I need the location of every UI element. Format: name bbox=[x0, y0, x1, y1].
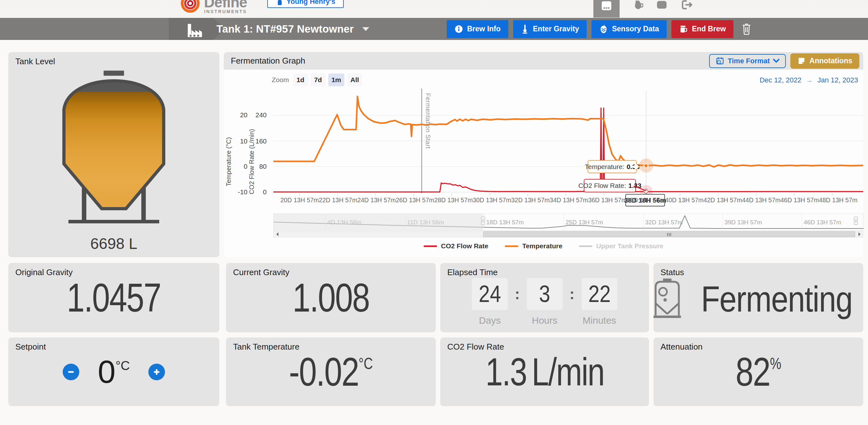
navigator-right-handle[interactable] bbox=[854, 217, 858, 225]
brand-subtitle: INSTRUMENTS bbox=[204, 9, 247, 14]
jug-tab[interactable] bbox=[632, 0, 643, 11]
annotations-button[interactable]: Annotations bbox=[790, 53, 859, 69]
elapsed-minutes: 22 Minutes bbox=[582, 278, 617, 326]
elapsed-hours-label: Hours bbox=[532, 315, 557, 326]
hydrometer-icon bbox=[521, 24, 529, 34]
factory-icon bbox=[185, 20, 203, 38]
navigator-left-handle[interactable] bbox=[481, 217, 485, 225]
x-label: 36D 13H 57m bbox=[588, 197, 627, 204]
jug-icon bbox=[632, 0, 643, 10]
brand-logo: Define INSTRUMENTS bbox=[180, 0, 247, 14]
chart-scrollbar[interactable] bbox=[273, 231, 863, 237]
temp-tick-neg10: -10 bbox=[232, 188, 247, 196]
date-range[interactable]: Dec 12, 2022 → Jan 12, 2023 bbox=[760, 76, 858, 85]
legend-pressure-dash bbox=[579, 246, 592, 247]
top-right-tabs bbox=[593, 0, 693, 18]
sensory-data-button[interactable]: Sensory Data bbox=[591, 20, 666, 38]
elapsed-separator: : bbox=[570, 278, 575, 310]
elapsed-hours: 3 Hours bbox=[527, 278, 563, 326]
header-actions: Brew Info Enter Gravity Sensory Data bbox=[446, 18, 752, 40]
zoom-all-button[interactable]: All bbox=[347, 73, 362, 86]
co2-tooltip: CO2 Flow Rate: 1.33 bbox=[584, 179, 636, 192]
fermentation-start-label: Fermentation Start bbox=[424, 93, 432, 149]
chart-plot-area[interactable]: Fermentation Start Temperature: 0.33 CO2… bbox=[273, 91, 863, 193]
device-icon bbox=[656, 0, 668, 9]
top-bar: Define INSTRUMENTS Young Henry's bbox=[0, 0, 868, 18]
original-gravity-value: 1.0457 bbox=[67, 278, 161, 318]
scrollbar-left-arrow[interactable] bbox=[274, 231, 281, 237]
x-label: 40D 13H 57m bbox=[665, 197, 703, 204]
legend-co2-flow-rate[interactable]: CO2 Flow Rate bbox=[424, 242, 488, 250]
tank-selector-dropdown[interactable]: Tank 1: NT#957 Newtowner bbox=[216, 18, 369, 40]
annotations-label: Annotations bbox=[809, 57, 852, 65]
graph-title: Fermentation Graph bbox=[231, 56, 305, 66]
temp-tick-10: 10 bbox=[232, 137, 247, 145]
temperature-axis-title: Temperature (°C) bbox=[225, 106, 232, 186]
co2-series-line bbox=[273, 108, 863, 192]
nav-label: 46D 13H 57m bbox=[804, 219, 841, 226]
time-format-label: Time Format bbox=[727, 57, 770, 65]
original-gravity-card: Original Gravity 1.0457 bbox=[8, 263, 219, 332]
tank-level-title: Tank Level bbox=[16, 57, 55, 66]
zoom-1d-button[interactable]: 1d bbox=[293, 73, 308, 86]
app-root: Define INSTRUMENTS Young Henry's bbox=[0, 0, 868, 425]
current-gravity-card: Current Gravity 1.008 bbox=[226, 263, 436, 332]
tank-temperature-value-group: -0.02°C bbox=[289, 352, 373, 392]
legend-upper-tank-pressure[interactable]: Upper Tank Pressure bbox=[579, 242, 663, 250]
sign-out-icon bbox=[681, 0, 693, 10]
enter-gravity-label: Enter Gravity bbox=[533, 25, 579, 33]
brand-name: Define bbox=[204, 0, 247, 9]
fermenter-tab-icon bbox=[600, 1, 613, 11]
tank-temperature-unit: °C bbox=[359, 355, 373, 372]
date-from[interactable]: Dec 12, 2022 bbox=[760, 76, 802, 85]
x-label: 42D 13H 57m bbox=[704, 197, 742, 204]
minus-icon bbox=[67, 368, 75, 376]
chevron-down-icon bbox=[773, 59, 779, 63]
fermenting-status-icon bbox=[651, 278, 683, 320]
attenuation-value: 82 bbox=[736, 349, 770, 394]
end-brew-button[interactable]: End Brew bbox=[671, 20, 734, 38]
x-label: 30D 13H 57m bbox=[473, 197, 511, 204]
co2-tick-80: 80 bbox=[251, 162, 267, 171]
chart-navigator[interactable]: 4D 13H 56m 11D 13H 56m 18D 13H 57m 25D 1… bbox=[273, 214, 863, 231]
brew-info-button[interactable]: Brew Info bbox=[446, 20, 508, 38]
x-label: 44D 13H 57m bbox=[742, 197, 780, 204]
info-icon bbox=[454, 25, 463, 34]
x-label: 24D 13H 57m bbox=[358, 197, 396, 204]
tab-fermenter-active[interactable] bbox=[593, 0, 620, 18]
setpoint-value: 0 bbox=[98, 354, 116, 390]
scrollbar-thumb[interactable] bbox=[483, 231, 855, 237]
account-button[interactable]: Young Henry's bbox=[267, 0, 344, 8]
navigator-unselected-mask bbox=[274, 214, 483, 230]
date-arrow: → bbox=[806, 76, 813, 85]
device-tab[interactable] bbox=[656, 0, 668, 11]
x-label: 48D 13H 57m bbox=[819, 197, 858, 204]
elapsed-separator: : bbox=[515, 278, 520, 310]
co2-flow-value-group: 1.3 L/min bbox=[485, 350, 604, 394]
x-label: 32D 13H 57m bbox=[511, 197, 550, 204]
co2-flow-rate-card: CO2 Flow Rate 1.3 L/min bbox=[440, 337, 649, 406]
temp-tick-0: 0 bbox=[232, 162, 247, 171]
tank-temperature-card: Tank Temperature -0.02°C bbox=[226, 337, 436, 406]
tank-level-card: Tank Level 6698 L bbox=[8, 52, 219, 257]
setpoint-decrease-button[interactable] bbox=[63, 364, 79, 380]
nav-label: 25D 13H 57m bbox=[565, 219, 603, 226]
legend-temperature[interactable]: Temperature bbox=[505, 242, 562, 250]
delete-brew-button[interactable] bbox=[741, 20, 752, 38]
sign-out-tab[interactable] bbox=[681, 0, 693, 11]
zoom-1m-button[interactable]: 1m bbox=[328, 73, 344, 86]
zoom-7d-button[interactable]: 7d bbox=[311, 73, 326, 86]
elapsed-hours-value: 3 bbox=[539, 280, 550, 307]
scrollbar-right-arrow[interactable] bbox=[856, 231, 863, 237]
trash-icon bbox=[741, 23, 752, 35]
chart-series bbox=[273, 91, 863, 193]
enter-gravity-button[interactable]: Enter Gravity bbox=[513, 20, 587, 38]
time-format-button[interactable]: Time Format bbox=[709, 54, 786, 68]
temp-tick-20: 20 bbox=[232, 111, 247, 119]
co2-tick-240: 240 bbox=[251, 111, 267, 119]
co2-flow-unit: L/min bbox=[531, 350, 604, 394]
setpoint-increase-button[interactable] bbox=[148, 364, 165, 380]
date-to[interactable]: Jan 12, 2023 bbox=[817, 76, 858, 85]
setpoint-value-group: 0°C bbox=[98, 353, 130, 390]
tank-graphic bbox=[59, 69, 168, 230]
